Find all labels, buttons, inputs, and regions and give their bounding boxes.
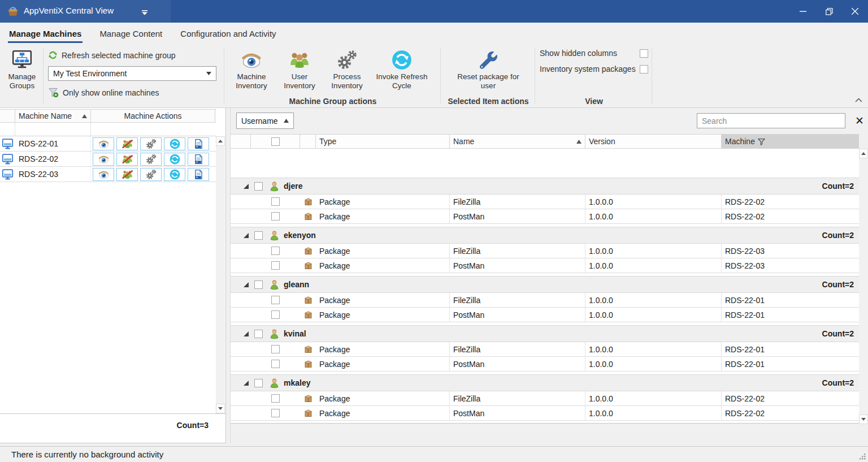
filter-funnel-icon[interactable] [758, 138, 765, 145]
select-all-column-header[interactable] [251, 135, 300, 148]
close-button[interactable] [842, 0, 868, 23]
scroll-down-button[interactable] [216, 404, 225, 413]
processes-button[interactable] [140, 137, 162, 150]
view-inventory-button[interactable] [93, 168, 114, 181]
only-online-machines-toggle[interactable]: Only show online machines [48, 87, 159, 98]
package-row[interactable]: Package PostMan 1.0.0.0 RDS-22-02 [231, 406, 859, 421]
machine-inventory-button[interactable]: Machine Inventory [229, 48, 274, 90]
process-inventory-button[interactable]: Process Inventory [324, 48, 370, 90]
search-input[interactable] [697, 113, 845, 128]
clear-search-icon[interactable]: ✕ [852, 113, 867, 128]
package-row[interactable]: Package FileZilla 1.0.0.0 RDS-22-01 [231, 293, 859, 308]
package-row[interactable]: Package PostMan 1.0.0.0 RDS-22-01 [231, 357, 859, 372]
tab-manage-content[interactable]: Manage Content [90, 23, 171, 44]
group-checkbox[interactable] [254, 231, 263, 240]
package-row[interactable]: Package PostMan 1.0.0.0 RDS-22-01 [231, 308, 859, 322]
group-checkbox[interactable] [254, 182, 263, 191]
group-items: Package FileZilla 1.0.0.0 RDS-22-02 Pack… [231, 391, 859, 421]
user-group-header[interactable]: ekenyon Count=2 [231, 227, 859, 244]
row-checkbox[interactable] [271, 360, 280, 368]
row-checkbox[interactable] [271, 345, 280, 353]
group-checkbox[interactable] [254, 280, 263, 289]
name-column-header[interactable]: Name [450, 135, 585, 148]
minimize-button[interactable] [790, 0, 816, 23]
machine-row[interactable]: RDS-22-02 [0, 152, 216, 167]
row-checkbox[interactable] [271, 310, 280, 319]
user-inventory-button[interactable]: User Inventory [277, 48, 322, 90]
expander-icon[interactable] [243, 380, 249, 386]
machine-icon-column-header[interactable] [0, 110, 15, 122]
manage-groups-button[interactable]: Manage Groups [5, 48, 40, 90]
package-row[interactable]: Package FileZilla 1.0.0.0 RDS-22-02 [231, 391, 859, 406]
expander-icon[interactable] [243, 282, 249, 288]
user-group-header[interactable]: kvinal Count=2 [231, 325, 859, 342]
expander-icon[interactable] [243, 232, 249, 239]
machines-count-footer: Count=3 [0, 413, 225, 443]
reset-package-button[interactable]: Reset package for user [457, 48, 520, 90]
expander-icon[interactable] [243, 331, 249, 337]
package-icon [303, 359, 313, 369]
group-by-username-chip[interactable]: Username [236, 113, 294, 129]
refresh-cycle-button[interactable] [164, 137, 185, 150]
report-button[interactable] [188, 153, 209, 166]
titlebar-caret-icon[interactable] [141, 8, 148, 17]
machines-scrollbar[interactable] [216, 136, 225, 413]
processes-button[interactable] [140, 153, 162, 166]
icon-column-header[interactable] [300, 135, 316, 148]
package-row[interactable]: Package FileZilla 1.0.0.0 RDS-22-01 [231, 342, 859, 357]
row-checkbox[interactable] [271, 296, 280, 304]
inventory-system-packages-checkbox[interactable] [640, 65, 648, 74]
expander-column-header[interactable] [231, 135, 251, 148]
tab-configuration-activity[interactable]: Configuration and Activity [171, 23, 285, 44]
package-row[interactable]: Package PostMan 1.0.0.0 RDS-22-02 [231, 209, 859, 224]
show-hidden-columns-checkbox[interactable] [640, 49, 648, 58]
group-checkbox[interactable] [254, 330, 263, 338]
scroll-up-button[interactable] [859, 149, 868, 158]
collapse-ribbon-button[interactable] [855, 95, 862, 104]
processes-button[interactable] [140, 168, 162, 181]
row-checkbox[interactable] [271, 212, 280, 221]
logoff-users-button[interactable] [116, 168, 138, 181]
package-row[interactable]: Package PostMan 1.0.0.0 RDS-22-03 [231, 258, 859, 273]
invoke-refresh-cycle-button[interactable]: Invoke Refresh Cycle [371, 48, 433, 90]
machine-column-header[interactable]: Machine [722, 135, 859, 148]
package-row[interactable]: Package FileZilla 1.0.0.0 RDS-22-02 [231, 195, 859, 209]
report-button[interactable] [188, 168, 209, 181]
refresh-cycle-button[interactable] [164, 153, 185, 166]
row-checkbox[interactable] [271, 409, 280, 417]
refresh-cycle-button[interactable] [164, 168, 185, 181]
group-checkbox[interactable] [254, 379, 263, 387]
view-inventory-button[interactable] [93, 137, 114, 150]
package-row[interactable]: Package FileZilla 1.0.0.0 RDS-22-03 [231, 244, 859, 258]
version-column-header[interactable]: Version [585, 135, 722, 148]
user-group-header[interactable]: mkaley Count=2 [231, 374, 859, 391]
row-checkbox[interactable] [271, 247, 280, 255]
machine-row[interactable]: RDS-22-03 [0, 167, 216, 182]
machine-actions-column-header[interactable]: Machine Actions [91, 110, 215, 122]
user-group-header[interactable]: gleann Count=2 [231, 276, 859, 293]
machine-name-column-header[interactable]: Machine Name [15, 110, 91, 122]
machine-row[interactable]: RDS-22-01 [0, 136, 216, 152]
view-inventory-button[interactable] [93, 153, 114, 166]
logoff-users-button[interactable] [116, 153, 138, 166]
refresh-cycle-icon [170, 154, 180, 165]
expander-icon[interactable] [243, 183, 249, 189]
machine-group-select[interactable]: My Test Environment [48, 66, 216, 81]
row-checkbox[interactable] [271, 394, 280, 403]
packages-scrollbar[interactable] [859, 149, 868, 424]
refresh-machine-group-button[interactable]: Refresh selected machine group [48, 50, 176, 60]
machine-group-select-value: My Test Environment [53, 69, 127, 78]
machines-filter-row[interactable] [0, 123, 216, 136]
select-all-checkbox[interactable] [271, 137, 280, 146]
restore-button[interactable] [816, 0, 842, 23]
resize-grip[interactable] [858, 452, 866, 460]
user-group-header[interactable]: djere Count=2 [231, 178, 859, 195]
scroll-down-button[interactable] [859, 414, 868, 424]
report-button[interactable] [188, 137, 209, 150]
row-checkbox[interactable] [271, 261, 280, 270]
logoff-users-button[interactable] [116, 137, 138, 150]
type-column-header[interactable]: Type [316, 135, 450, 148]
row-checkbox[interactable] [271, 197, 280, 206]
scroll-up-button[interactable] [216, 136, 225, 146]
tab-manage-machines[interactable]: Manage Machines [0, 23, 90, 44]
